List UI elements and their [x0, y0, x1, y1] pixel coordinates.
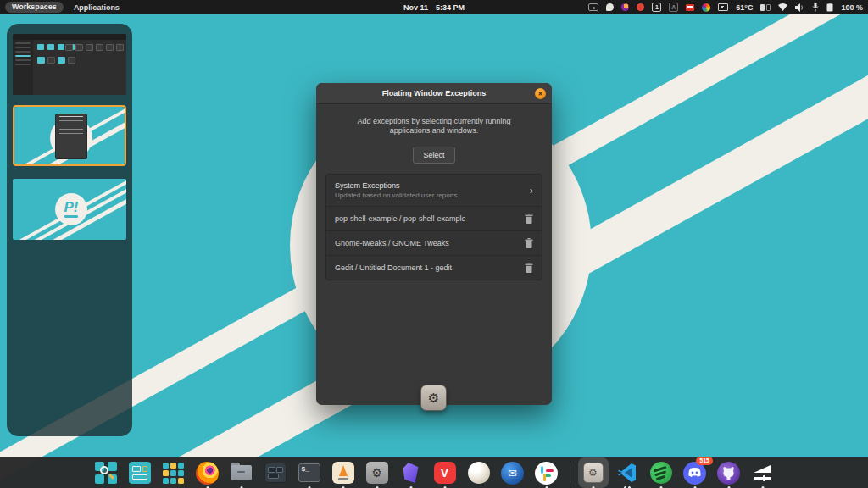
exception-row[interactable]: pop-shell-example / pop-shell-example — [326, 206, 542, 230]
tiling-indicator-icon[interactable] — [760, 4, 771, 11]
slack-icon — [535, 462, 558, 485]
battery-icon[interactable] — [826, 3, 833, 12]
screenshot-tray-icon[interactable] — [588, 3, 598, 11]
dock-item-settings-active[interactable]: ⚙ — [581, 460, 606, 485]
dock-item-spotify[interactable] — [648, 460, 674, 485]
dock-item-slack[interactable] — [534, 460, 559, 485]
time-label: 5:34 PM — [436, 3, 465, 12]
trash-icon[interactable] — [525, 238, 533, 248]
desktop: Workspaces Applications Nov 11 5:34 PM 1… — [0, 0, 868, 488]
workspace-thumbnail-2-active[interactable] — [13, 105, 126, 166]
dialog-title: Floating Window Exceptions — [382, 89, 486, 97]
dock-item-pop-shop[interactable] — [331, 460, 356, 485]
dock-item-settings[interactable]: ⚙ — [364, 460, 390, 485]
dock-item-github[interactable] — [716, 460, 742, 485]
workspaces-button[interactable]: Workspaces — [5, 2, 64, 13]
dock-item-pop-tiling[interactable] — [127, 460, 153, 485]
input-method-indicator[interactable]: A — [669, 3, 678, 12]
exceptions-list: System Exceptions Updated based on valid… — [326, 174, 542, 280]
dock-item-equalizer[interactable] — [750, 460, 776, 485]
color-tray-icon[interactable] — [702, 3, 710, 12]
tray-app-icon[interactable] — [621, 3, 629, 11]
obsidian-gem-icon — [403, 463, 419, 483]
settings-launcher-button[interactable]: ⚙ — [420, 385, 447, 411]
date-label: Nov 11 — [403, 3, 428, 12]
orb-app-icon — [468, 462, 490, 484]
select-button[interactable]: Select — [413, 147, 454, 164]
chat-tray-icon[interactable] — [606, 3, 614, 11]
pop-os-logo: P! — [55, 193, 87, 225]
exception-row[interactable]: Gedit / Untitled Document 1 - gedit — [326, 255, 542, 280]
exception-row[interactable]: Gnome-tweaks / GNOME Tweaks — [326, 230, 542, 255]
dialog-instructions: Add exceptions by selecting currently ru… — [346, 117, 522, 136]
terminal-icon: $_ — [298, 463, 320, 482]
dock-separator — [570, 463, 570, 483]
workspace-switcher: P! — [7, 24, 132, 436]
vivaldi-icon: V — [434, 462, 456, 484]
battery-label: 100 % — [841, 3, 863, 12]
floating-window-exceptions-dialog: Floating Window Exceptions ✕ Add excepti… — [316, 83, 552, 405]
dock-item-thunderbird[interactable]: ✉ — [500, 460, 526, 485]
dock-item-vivaldi[interactable]: V — [432, 460, 458, 485]
workspace-thumbnail-1[interactable] — [13, 34, 126, 95]
settings-gear-icon: ⚙ — [366, 462, 388, 484]
dock-item-app-grid[interactable] — [161, 460, 186, 485]
system-exceptions-title: System Exceptions — [335, 181, 530, 190]
mail-tray-icon[interactable] — [686, 4, 694, 11]
dock-item-terminal[interactable]: $_ — [297, 460, 322, 485]
mini-dialog — [55, 114, 87, 159]
firefox-icon — [196, 462, 219, 485]
equalizer-icon — [752, 463, 774, 482]
close-icon[interactable]: ✕ — [535, 88, 546, 99]
discord-icon: 515 — [683, 462, 706, 485]
dock-item-files[interactable] — [229, 460, 254, 485]
exception-label: pop-shell-example / pop-shell-example — [335, 214, 525, 223]
notification-tray-icon[interactable] — [637, 3, 644, 11]
dock-item-obsidian[interactable] — [398, 460, 424, 485]
dock: $_ ⚙ V ✉ ⚙ — [0, 458, 868, 488]
dock-item-firefox[interactable] — [195, 460, 220, 485]
workspace-thumbnail-3[interactable]: P! — [13, 179, 126, 240]
discord-badge: 515 — [696, 457, 713, 465]
system-exceptions-subtitle: Updated based on validated user reports. — [335, 191, 530, 199]
trash-icon[interactable] — [525, 263, 533, 273]
pop-launcher-icon — [95, 462, 117, 484]
tilix-icon — [264, 463, 287, 483]
dock-item-pop-launcher[interactable] — [93, 460, 119, 485]
spotify-icon — [647, 459, 675, 487]
gear-icon: ⚙ — [428, 391, 439, 404]
chevron-right-icon[interactable]: › — [530, 186, 533, 195]
trash-icon[interactable] — [525, 214, 533, 224]
dock-item-vscode[interactable] — [615, 460, 640, 485]
dock-item-discord[interactable]: 515 — [682, 460, 708, 485]
top-bar: Workspaces Applications Nov 11 5:34 PM 1… — [0, 0, 868, 14]
sensors-icon[interactable] — [718, 3, 728, 11]
microphone-icon[interactable] — [812, 3, 819, 12]
system-exceptions-row[interactable]: System Exceptions Updated based on valid… — [326, 175, 542, 206]
applications-button[interactable]: Applications — [74, 3, 120, 12]
wifi-icon[interactable] — [778, 3, 787, 11]
keyboard-layout-indicator[interactable]: 1 — [652, 3, 661, 12]
thunderbird-icon: ✉ — [501, 462, 524, 485]
volume-icon[interactable] — [795, 3, 804, 12]
dock-item-tilix[interactable] — [263, 460, 288, 485]
exception-label: Gedit / Untitled Document 1 - gedit — [335, 263, 525, 272]
files-icon — [231, 465, 252, 480]
github-octocat-icon — [717, 462, 740, 485]
app-grid-icon — [163, 463, 184, 484]
dialog-titlebar[interactable]: Floating Window Exceptions ✕ — [316, 83, 552, 104]
exception-label: Gnome-tweaks / GNOME Tweaks — [335, 239, 525, 247]
vscode-icon — [617, 463, 637, 483]
tiling-windows-icon — [129, 462, 151, 484]
active-app-highlight — [578, 458, 609, 488]
pop-shop-icon — [332, 462, 354, 484]
temperature-label: 61°C — [736, 3, 753, 12]
dock-item-orb-app[interactable] — [466, 460, 492, 485]
